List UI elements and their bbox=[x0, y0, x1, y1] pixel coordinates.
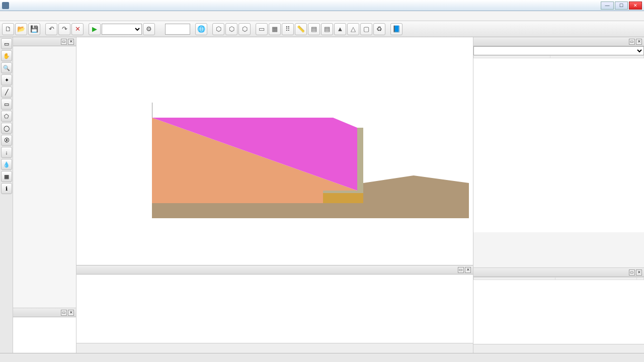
view-rect[interactable]: ▭ bbox=[256, 23, 268, 35]
lt-mesh[interactable]: ▦ bbox=[1, 171, 12, 182]
toolbar: 🗋 📂 💾 ↶ ↷ ✕ ▶ ⚙ 🌐 ⬡ ⬡ ⬡ ▭ ▦ ⠿ 📏 ▤ ▤ ▲ △ … bbox=[0, 21, 644, 37]
lt-info[interactable]: ℹ bbox=[1, 183, 12, 194]
lt-link[interactable]: ⦿ bbox=[1, 135, 12, 146]
open-button[interactable]: 📂 bbox=[15, 23, 27, 35]
prop-header-key bbox=[474, 56, 550, 58]
viewport[interactable] bbox=[76, 37, 473, 265]
apply-button[interactable] bbox=[473, 344, 644, 353]
delete-button[interactable]: ✕ bbox=[71, 23, 84, 35]
geom-x-header bbox=[474, 278, 555, 280]
geometry-float[interactable]: ▭ bbox=[629, 269, 635, 276]
minimize-button[interactable]: — bbox=[601, 2, 614, 10]
view-dots[interactable]: ⠿ bbox=[282, 23, 294, 35]
view-props[interactable]: ▤ bbox=[321, 23, 333, 35]
lt-select[interactable]: ▭ bbox=[1, 38, 12, 49]
property-object-select[interactable] bbox=[473, 46, 644, 55]
geom-y-header bbox=[555, 278, 637, 280]
output-close[interactable]: ✕ bbox=[465, 267, 471, 273]
lt-load[interactable]: ↓ bbox=[1, 147, 12, 158]
view-mat[interactable]: ▲ bbox=[334, 23, 346, 35]
geometry-close[interactable]: ✕ bbox=[636, 269, 642, 276]
geometry-table[interactable] bbox=[473, 277, 644, 344]
geometry-drawing bbox=[152, 103, 473, 233]
close-button[interactable]: ✕ bbox=[629, 2, 642, 10]
titlebar: — ☐ ✕ bbox=[0, 0, 644, 11]
property-table[interactable] bbox=[473, 55, 644, 232]
view-show[interactable]: ▢ bbox=[360, 23, 372, 35]
prop-header-val bbox=[550, 56, 644, 58]
water-float[interactable]: ▭ bbox=[61, 310, 67, 316]
lt-water[interactable]: 💧 bbox=[1, 159, 12, 170]
svg-marker-4 bbox=[357, 128, 363, 191]
redo-button[interactable]: ↷ bbox=[58, 23, 70, 35]
materials-float[interactable]: ▭ bbox=[61, 39, 67, 45]
maximize-button[interactable]: ☐ bbox=[615, 2, 628, 10]
view-refresh[interactable]: ♻ bbox=[373, 23, 385, 35]
water-body bbox=[13, 317, 76, 352]
run-button[interactable]: ▶ bbox=[89, 23, 101, 35]
tool-link2[interactable]: ⬡ bbox=[225, 23, 237, 35]
view-dim[interactable]: △ bbox=[347, 23, 359, 35]
lt-point[interactable]: ✦ bbox=[1, 74, 12, 85]
materials-close[interactable]: ✕ bbox=[68, 39, 74, 45]
output-float[interactable]: ▭ bbox=[458, 267, 464, 273]
svg-marker-1 bbox=[152, 203, 469, 218]
menubar bbox=[0, 11, 644, 21]
new-button[interactable]: 🗋 bbox=[2, 23, 14, 35]
delta-spinner[interactable] bbox=[165, 24, 190, 35]
output-body bbox=[76, 275, 473, 343]
statusbar bbox=[0, 353, 644, 362]
view-grid[interactable]: ▦ bbox=[269, 23, 281, 35]
tool-link1[interactable]: ⬡ bbox=[212, 23, 224, 35]
lt-pan[interactable]: ✋ bbox=[1, 50, 12, 61]
tool-globe[interactable]: 🌐 bbox=[195, 23, 207, 35]
app-icon bbox=[2, 2, 9, 9]
lt-poly[interactable]: ⬠ bbox=[1, 111, 12, 122]
view-layers[interactable]: ▤ bbox=[308, 23, 320, 35]
property-close[interactable]: ✕ bbox=[636, 39, 642, 45]
svg-marker-5 bbox=[363, 175, 469, 203]
left-toolbar: ▭ ✋ 🔍 ✦ ╱ ▭ ⬠ ◯ ⦿ ↓ 💧 ▦ ℹ bbox=[0, 37, 13, 353]
materials-panel: ▭✕ ▭✕ bbox=[13, 37, 76, 353]
undo-button[interactable]: ↶ bbox=[45, 23, 57, 35]
water-close[interactable]: ✕ bbox=[68, 310, 74, 316]
save-button[interactable]: 💾 bbox=[28, 23, 40, 35]
help-button[interactable]: 📘 bbox=[390, 23, 403, 35]
tool-link3[interactable]: ⬡ bbox=[238, 23, 251, 35]
lt-rect[interactable]: ▭ bbox=[1, 99, 12, 110]
lt-zoom[interactable]: 🔍 bbox=[1, 62, 12, 73]
view-ruler[interactable]: 📏 bbox=[295, 23, 307, 35]
analysis-mode-select[interactable] bbox=[102, 24, 142, 35]
settings-button[interactable]: ⚙ bbox=[143, 23, 155, 35]
property-float[interactable]: ▭ bbox=[629, 39, 635, 45]
lt-line[interactable]: ╱ bbox=[1, 86, 12, 98]
lt-circle[interactable]: ◯ bbox=[1, 123, 12, 134]
